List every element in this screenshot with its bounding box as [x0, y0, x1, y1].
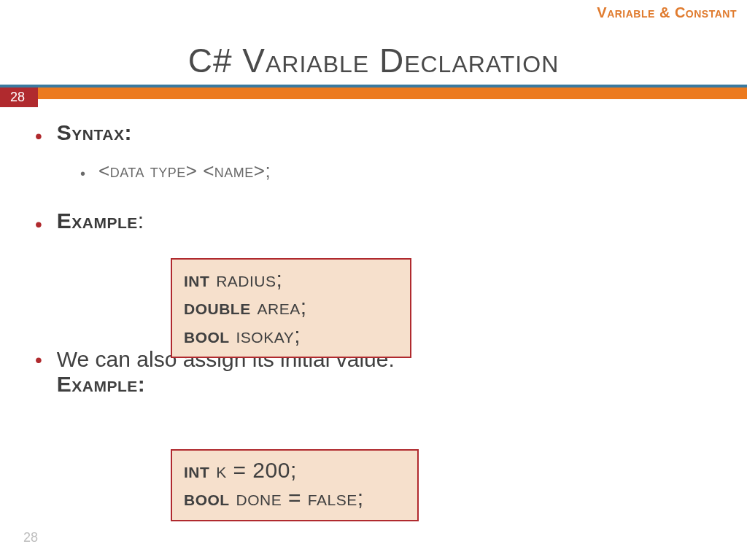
divider-orange-bar	[38, 88, 747, 99]
bullet-icon: •	[80, 166, 85, 181]
bullet-icon: •	[35, 126, 42, 147]
code-line: double area;	[184, 293, 398, 321]
code-line: bool done = false;	[184, 484, 406, 512]
list-item: • Syntax:	[35, 120, 712, 145]
syntax-pattern: <data type> <name>;	[98, 160, 271, 182]
syntax-heading: Syntax:	[57, 120, 132, 145]
example-heading: Example:	[57, 209, 144, 233]
topic-label: Variable & Constant	[597, 4, 737, 21]
bullet-icon: •	[35, 350, 42, 370]
list-item: • <data type> <name>;	[35, 160, 712, 182]
code-line: bool isokay;	[184, 322, 398, 349]
code-box-declarations: int radius; double area; bool isokay;	[171, 258, 411, 358]
footer-page-number: 28	[23, 530, 38, 545]
code-box-initializations: int k = 200; bool done = false;	[171, 449, 419, 521]
list-item: • Example:	[35, 209, 712, 233]
bullet-icon: •	[35, 214, 42, 235]
divider: 28	[0, 85, 747, 107]
slide-title: C# Variable Declaration	[0, 41, 747, 80]
code-line: int radius;	[184, 265, 398, 293]
assign-example-heading: Example:	[57, 372, 395, 397]
page-number-badge: 28	[0, 88, 38, 107]
code-line: int k = 200;	[184, 456, 406, 484]
